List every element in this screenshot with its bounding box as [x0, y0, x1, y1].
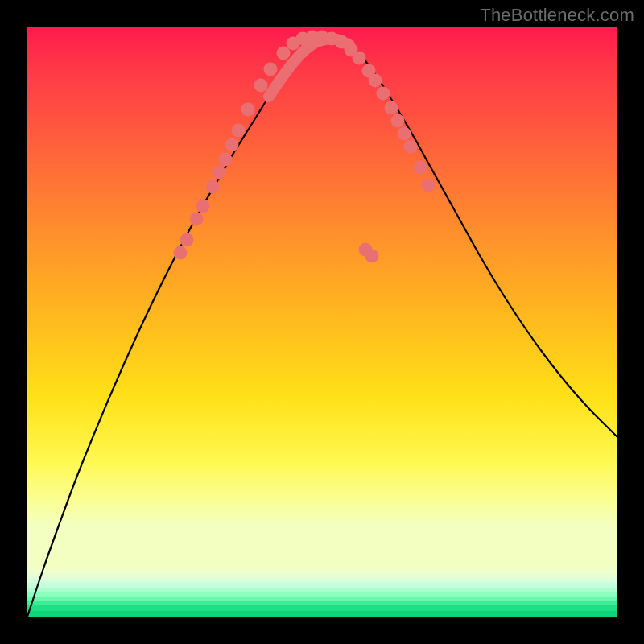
data-marker — [391, 114, 405, 128]
data-marker — [196, 200, 210, 213]
data-marker — [353, 52, 366, 65]
chart-frame: TheBottleneck.com — [0, 0, 644, 644]
data-marker — [377, 87, 390, 101]
data-markers — [174, 31, 436, 263]
data-marker — [242, 103, 255, 117]
data-marker — [190, 213, 204, 226]
watermark-text: TheBottleneck.com — [480, 5, 634, 26]
data-marker — [264, 63, 278, 76]
data-marker — [414, 161, 427, 175]
data-marker — [369, 74, 382, 88]
data-marker — [404, 140, 418, 154]
bottleneck-curve — [27, 39, 617, 617]
data-marker — [385, 101, 398, 115]
data-marker — [422, 179, 436, 192]
data-marker — [174, 246, 188, 260]
data-marker — [232, 124, 246, 138]
data-marker — [254, 79, 268, 93]
data-marker — [180, 233, 194, 247]
data-marker — [277, 47, 291, 60]
data-marker — [225, 138, 239, 152]
curve-svg — [27, 27, 617, 617]
data-marker — [206, 180, 220, 194]
data-marker — [398, 127, 411, 141]
data-marker — [213, 166, 226, 180]
data-marker — [219, 153, 233, 167]
plot-area — [27, 27, 617, 617]
data-marker — [365, 250, 379, 263]
